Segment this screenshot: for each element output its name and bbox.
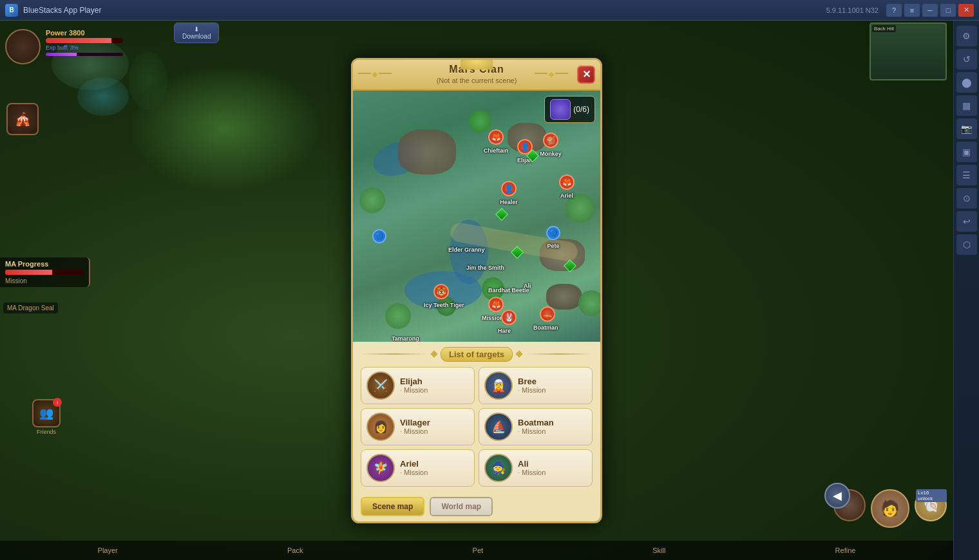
sidebar-icon-10[interactable]: ⬡ — [956, 234, 977, 255]
pete-label: Pete — [547, 243, 559, 249]
dialog-close-button[interactable]: ✕ — [577, 66, 595, 84]
sidebar-icon-6[interactable]: ▣ — [956, 142, 977, 162]
dialog-overlay: Mars Clan (Not at the current scene) ✕ — [0, 21, 953, 560]
enemy-chieftain[interactable]: 🦊 Chieftain — [488, 129, 504, 145]
top-ornament — [461, 58, 493, 70]
target-avatar-ariel: 🧚 — [366, 454, 395, 482]
target-elijah[interactable]: ⚔️ Elijah Mission — [361, 367, 475, 404]
npc-pete[interactable]: 🔵 Pete — [546, 226, 560, 240]
target-role-boatman: Mission — [518, 427, 554, 435]
sidebar-icon-2[interactable]: ↺ — [956, 49, 977, 70]
target-info-boatman: Boatman Mission — [518, 418, 554, 435]
header-center: List of targets — [432, 347, 522, 362]
target-info-ariel: Ariel Mission — [400, 459, 428, 476]
diamond-2 — [495, 208, 508, 221]
target-role-ariel: Mission — [400, 469, 428, 476]
target-info-elijah: Elijah Mission — [400, 377, 428, 394]
sidebar-icon-3[interactable]: ⬤ — [956, 72, 977, 93]
rock-4 — [546, 284, 582, 310]
rock-1 — [398, 129, 456, 174]
enemy-hare[interactable]: 🐰 — [501, 310, 517, 325]
target-name-ariel: Ariel — [400, 459, 428, 469]
boatman-marker-label: Boatman — [533, 324, 558, 331]
world-map-button[interactable]: World map — [430, 497, 493, 516]
app-title: BlueStacks App Player — [23, 6, 826, 15]
hare-label: Hare — [498, 328, 511, 334]
target-role-elijah: Mission — [400, 386, 428, 394]
healer-label: Healer — [500, 199, 518, 205]
sidebar-icon-8[interactable]: ⊙ — [956, 188, 977, 209]
target-info-villager: Villager Mission — [400, 418, 430, 435]
header-divider-right — [527, 353, 593, 355]
target-name-boatman: Boatman — [518, 418, 554, 427]
window-controls: ? ≡ ─ □ ✕ — [886, 4, 974, 17]
target-name-bree: Bree — [518, 377, 546, 386]
target-info-bree: Bree Mission — [518, 377, 546, 394]
jim-smith-label: Jim the Smith — [466, 265, 504, 271]
menu-button[interactable]: ≡ — [904, 4, 920, 17]
target-avatar-elijah: ⚔️ — [366, 371, 395, 400]
monkey-label: Monkey — [540, 151, 562, 157]
target-role-ali: Mission — [518, 469, 546, 476]
target-role-bree: Mission — [518, 386, 546, 394]
target-avatar-villager: 👩 — [366, 413, 395, 441]
target-villager[interactable]: 👩 Villager Mission — [361, 408, 475, 445]
target-avatar-ali: 🧙 — [484, 454, 513, 482]
enemy-ariel-marker[interactable]: 🦊 Ariel — [559, 174, 575, 190]
counter-avatar — [550, 99, 571, 120]
elder-granny-label: Elder Granny — [448, 247, 485, 253]
right-sidebar: ⚙ ↺ ⬤ ▦ 📷 ▣ ☰ ⊙ ↩ ⬡ — [953, 21, 979, 560]
target-ariel[interactable]: 🧚 Ariel Mission — [361, 449, 475, 487]
close-button[interactable]: ✕ — [958, 4, 974, 17]
ariel-marker-label: Ariel — [560, 192, 573, 199]
titlebar: B BlueStacks App Player 5.9.11.1001 N32 … — [0, 0, 979, 21]
app-logo: B — [5, 4, 18, 17]
chieftain-label: Chieftain — [484, 147, 509, 154]
tree-7 — [578, 290, 600, 316]
sidebar-icon-4[interactable]: ▦ — [956, 95, 977, 116]
target-name-villager: Villager — [400, 418, 430, 427]
target-ali[interactable]: 🧙 Ali Mission — [479, 449, 593, 487]
target-role-villager: Mission — [400, 427, 430, 435]
targets-grid: ⚔️ Elijah Mission 🧝 Bree Mission — [361, 367, 593, 487]
sidebar-icon-9[interactable]: ↩ — [956, 211, 977, 232]
header-right-deco — [535, 73, 568, 77]
counter-badge: (0/6) — [544, 96, 595, 123]
enemy-healer[interactable]: 👤 Healer — [501, 181, 517, 196]
minimize-button[interactable]: ─ — [922, 4, 938, 17]
target-name-elijah: Elijah — [400, 377, 428, 386]
target-info-ali: Ali Mission — [518, 459, 546, 476]
target-name-ali: Ali — [518, 459, 546, 469]
targets-title: List of targets — [441, 347, 513, 362]
targets-header: List of targets — [361, 347, 593, 362]
sidebar-icon-7[interactable]: ☰ — [956, 165, 977, 185]
diamond-deco-left — [430, 350, 437, 357]
enemy-missions[interactable]: 🦊 — [488, 297, 504, 312]
sidebar-icon-1[interactable]: ⚙ — [956, 26, 977, 46]
header-divider-left — [361, 353, 426, 355]
enemy-monkey[interactable]: 🐒 Monkey — [543, 133, 558, 148]
tree-5 — [385, 303, 411, 329]
tree-2 — [469, 110, 491, 133]
help-button[interactable]: ? — [886, 4, 902, 17]
enemy-icy-tiger[interactable]: 🐯 — [433, 284, 449, 299]
npc-quest-1[interactable]: 🔵 — [372, 229, 386, 243]
maximize-button[interactable]: □ — [940, 4, 956, 17]
diamond-deco-right — [515, 350, 522, 357]
ali-map-label: Ali — [524, 283, 531, 289]
target-avatar-boatman: ⛵ — [484, 413, 513, 441]
header-left-deco — [358, 73, 392, 77]
targets-section: List of targets ⚔️ Elijah Mission 🧝 — [353, 342, 600, 492]
scene-map-button[interactable]: Scene map — [361, 497, 424, 516]
tree-1 — [359, 187, 385, 213]
sidebar-icon-5[interactable]: 📷 — [956, 118, 977, 139]
dialog-footer: Scene map World map — [353, 492, 600, 521]
target-boatman[interactable]: ⛵ Boatman Mission — [479, 408, 593, 445]
dialog-subtitle: (Not at the current scene) — [361, 77, 593, 84]
app-version: 5.9.11.1001 N32 — [826, 6, 879, 14]
enemy-boatman-marker[interactable]: 🚤 — [540, 306, 555, 322]
target-bree[interactable]: 🧝 Bree Mission — [479, 367, 593, 404]
map-area[interactable]: 🦊 Chieftain 👤 Elijah 🐒 Monkey 🦊 Ariel 👤 … — [353, 91, 600, 342]
target-avatar-bree: 🧝 — [484, 371, 513, 400]
mars-clan-dialog: Mars Clan (Not at the current scene) ✕ — [351, 58, 602, 523]
